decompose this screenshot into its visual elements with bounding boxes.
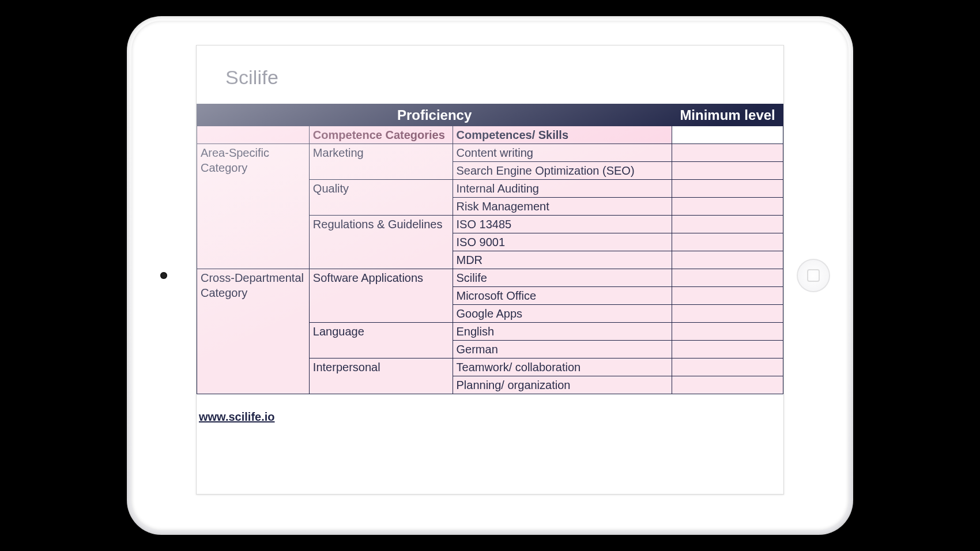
header-competence-categories: Competence Categories bbox=[309, 126, 453, 144]
category-cell: Quality bbox=[309, 180, 453, 216]
category-cell: Marketing bbox=[309, 144, 453, 180]
table-row: Area-Specific CategoryMarketingContent w… bbox=[197, 144, 783, 162]
header-competences-skills: Competences/ Skills bbox=[453, 126, 672, 144]
skill-cell: Search Engine Optimization (SEO) bbox=[453, 162, 672, 180]
skill-cell: ISO 13485 bbox=[453, 216, 672, 233]
min-level-cell[interactable] bbox=[672, 341, 783, 358]
footer-link[interactable]: www.scilife.io bbox=[197, 394, 783, 424]
min-level-cell[interactable] bbox=[672, 376, 783, 394]
document-header: Scilife bbox=[197, 46, 783, 104]
min-level-cell[interactable] bbox=[672, 198, 783, 216]
skill-cell: Teamwork/ collaboration bbox=[453, 358, 672, 376]
document-screen: Scilife Proficiency Minimum level Compet… bbox=[196, 45, 784, 495]
skill-cell: ISO 9001 bbox=[453, 233, 672, 251]
min-level-cell[interactable] bbox=[672, 358, 783, 376]
skill-cell: Scilife bbox=[453, 269, 672, 287]
category-cell: Language bbox=[309, 323, 453, 358]
brand-title: Scilife bbox=[225, 66, 755, 89]
blank-cell bbox=[197, 126, 310, 144]
skill-cell: English bbox=[453, 323, 672, 341]
footer-url-text: www.scilife.io bbox=[199, 410, 275, 423]
skill-cell: MDR bbox=[453, 251, 672, 269]
min-level-cell[interactable] bbox=[672, 144, 783, 162]
header-proficiency: Proficiency bbox=[197, 104, 672, 126]
category-cell: Software Applications bbox=[309, 269, 453, 323]
min-level-cell[interactable] bbox=[672, 251, 783, 269]
skill-cell: Internal Auditing bbox=[453, 180, 672, 198]
skill-cell: Google Apps bbox=[453, 305, 672, 323]
table-row: Cross-Departmental CategorySoftware Appl… bbox=[197, 269, 783, 287]
area-cell: Cross-Departmental Category bbox=[197, 269, 310, 394]
min-level-cell[interactable] bbox=[672, 323, 783, 341]
skill-cell: Planning/ organization bbox=[453, 376, 672, 394]
min-level-cell[interactable] bbox=[672, 305, 783, 323]
category-cell: Regulations & Guidelines bbox=[309, 216, 453, 269]
area-cell: Area-Specific Category bbox=[197, 144, 310, 269]
home-button[interactable] bbox=[797, 259, 830, 292]
competency-table: Proficiency Minimum level Competence Cat… bbox=[197, 104, 783, 394]
skill-cell: German bbox=[453, 341, 672, 358]
skill-cell: Microsoft Office bbox=[453, 287, 672, 305]
min-level-cell[interactable] bbox=[672, 216, 783, 233]
tablet-frame: Scilife Proficiency Minimum level Compet… bbox=[127, 16, 853, 535]
min-level-cell[interactable] bbox=[672, 269, 783, 287]
header-min-level: Minimum level bbox=[672, 104, 783, 126]
min-level-cell[interactable] bbox=[672, 162, 783, 180]
min-level-cell[interactable] bbox=[672, 287, 783, 305]
min-level-cell[interactable] bbox=[672, 180, 783, 198]
skill-cell: Risk Management bbox=[453, 198, 672, 216]
camera-dot bbox=[160, 272, 167, 279]
min-level-cell[interactable] bbox=[672, 233, 783, 251]
blank-min-level bbox=[672, 126, 783, 144]
category-cell: Interpersonal bbox=[309, 358, 453, 394]
skill-cell: Content writing bbox=[453, 144, 672, 162]
